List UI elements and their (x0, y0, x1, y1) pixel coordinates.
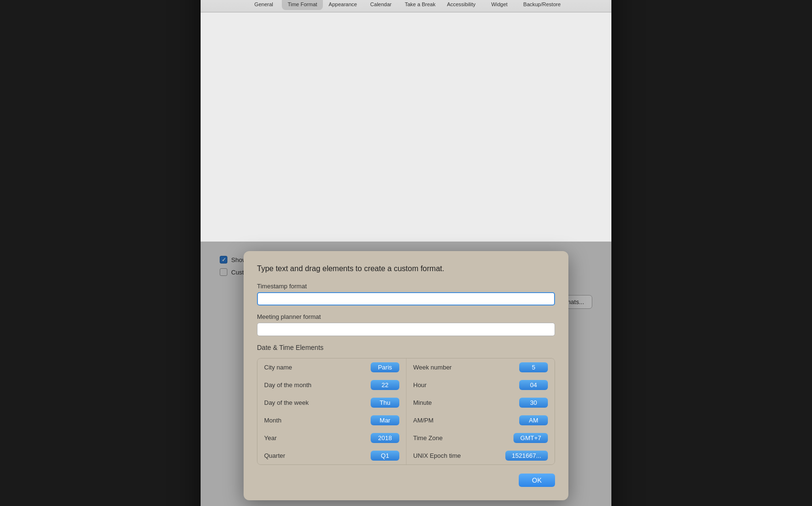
meeting-label: Meeting planner format (257, 313, 555, 320)
timestamp-format-group: Timestamp format (257, 283, 555, 306)
modal-overlay: Type text and drag elements to create a … (201, 242, 611, 506)
timestamp-label: Timestamp format (257, 283, 555, 290)
day-of-week-badge[interactable]: Thu (371, 398, 399, 408)
timezone-label: Time Zone (413, 434, 509, 442)
toolbar: General Time Format (201, 0, 611, 12)
minute-badge[interactable]: 30 (519, 398, 548, 408)
city-name-label: City name (264, 364, 366, 371)
month-label: Month (264, 417, 366, 424)
city-name-badge[interactable]: Paris (371, 362, 399, 372)
day-of-month-badge[interactable]: 22 (371, 380, 399, 390)
timestamp-input[interactable] (257, 292, 555, 306)
elements-section-title: Date & Time Elements (257, 344, 555, 351)
element-row-minute: Minute 30 (406, 394, 555, 411)
toolbar-item-time-format[interactable]: Time Format (282, 0, 323, 10)
day-of-month-label: Day of the month (264, 381, 366, 389)
element-row-timezone: Time Zone GMT+7 (406, 429, 555, 447)
toolbar-label-time-format: Time Format (288, 1, 317, 7)
toolbar-item-appearance[interactable]: 🎭 Appearance (323, 0, 363, 10)
ampm-badge[interactable]: AM (519, 415, 548, 425)
element-row-year: Year 2018 (257, 429, 406, 447)
main-window: The Clock for iPhone/iPad (201, 0, 611, 506)
day-of-week-label: Day of the week (264, 399, 366, 406)
quarter-badge[interactable]: Q1 (371, 451, 399, 461)
year-badge[interactable]: 2018 (371, 433, 399, 443)
modal-description: Type text and drag elements to create a … (257, 264, 555, 273)
element-row-day-of-month: Day of the month 22 (257, 376, 406, 394)
hour-badge[interactable]: 04 (519, 380, 548, 390)
unix-epoch-label: UNIX Epoch time (413, 452, 501, 459)
element-row-day-of-week: Day of the week Thu (257, 394, 406, 411)
modal-footer: OK (257, 474, 555, 487)
meeting-format-group: Meeting planner format (257, 313, 555, 336)
element-row-hour: Hour 04 (406, 376, 555, 394)
toolbar-label-appearance: Appearance (329, 1, 357, 7)
toolbar-item-backup-restore[interactable]: ☁ Backup/Restore (518, 0, 566, 10)
elements-grid: City name Paris Week number 5 Day of the… (257, 358, 555, 464)
toolbar-item-calendar[interactable]: MAR 22 Calendar (363, 0, 399, 10)
element-row-city-name: City name Paris (257, 358, 406, 376)
toolbar-item-take-a-break[interactable]: ☕ Take a Break (399, 0, 441, 10)
toolbar-label-widget: Widget (491, 1, 507, 7)
quarter-label: Quarter (264, 452, 366, 459)
toolbar-label-calendar: Calendar (370, 1, 392, 7)
toolbar-item-accessibility[interactable]: ♿ Accessibility (441, 0, 481, 10)
week-number-label: Week number (413, 364, 514, 371)
month-badge[interactable]: Mar (371, 415, 399, 425)
timezone-badge[interactable]: GMT+7 (513, 433, 548, 443)
toolbar-label-take-a-break: Take a Break (405, 1, 435, 7)
element-row-ampm: AM/PM AM (406, 411, 555, 429)
element-row-unix-epoch: UNIX Epoch time 1521667... (406, 447, 555, 464)
toolbar-label-general: General (255, 1, 273, 7)
toolbar-item-general[interactable]: General (246, 0, 282, 10)
element-row-month: Month Mar (257, 411, 406, 429)
year-label: Year (264, 434, 366, 442)
ok-button[interactable]: OK (519, 474, 555, 487)
unix-epoch-badge[interactable]: 1521667... (505, 451, 548, 461)
toolbar-label-accessibility: Accessibility (447, 1, 476, 7)
toolbar-item-widget[interactable]: Widget (481, 0, 518, 10)
hour-label: Hour (413, 381, 514, 389)
element-row-week-number: Week number 5 (406, 358, 555, 376)
content-area: Type text and drag elements to create a … (201, 242, 611, 506)
week-number-badge[interactable]: 5 (519, 362, 548, 372)
custom-format-modal: Type text and drag elements to create a … (244, 251, 568, 500)
minute-label: Minute (413, 399, 514, 406)
meeting-input[interactable] (257, 323, 555, 336)
ampm-label: AM/PM (413, 417, 514, 424)
element-row-quarter: Quarter Q1 (257, 447, 406, 464)
toolbar-label-backup-restore: Backup/Restore (524, 1, 561, 7)
